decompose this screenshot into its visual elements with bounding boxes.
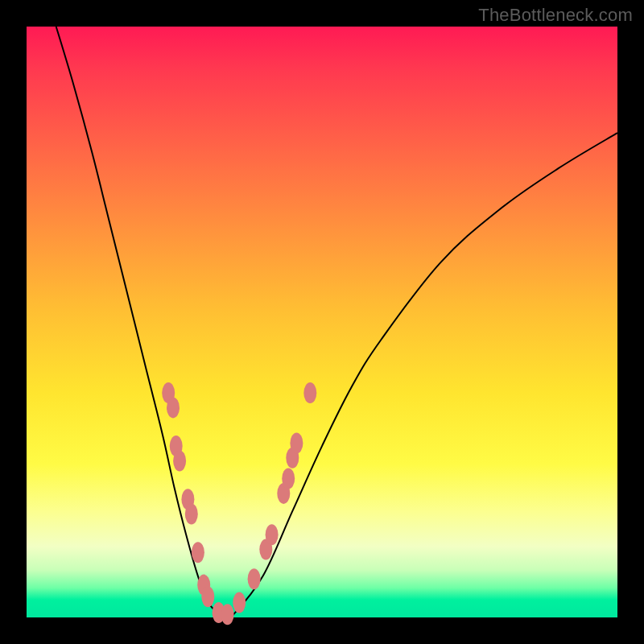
data-marker xyxy=(185,504,198,525)
chart-frame: TheBottleneck.com xyxy=(0,0,644,644)
plot-area xyxy=(27,27,617,617)
data-marker xyxy=(266,524,279,545)
data-marker xyxy=(282,469,295,489)
data-marker xyxy=(221,604,234,625)
data-marker xyxy=(173,451,186,472)
curve-markers xyxy=(162,382,316,625)
data-marker xyxy=(248,568,261,589)
data-marker xyxy=(167,397,180,418)
curve-svg xyxy=(27,27,617,617)
curve-right-branch xyxy=(225,133,617,618)
data-marker xyxy=(201,586,214,607)
data-marker xyxy=(192,542,204,563)
data-marker xyxy=(303,382,316,403)
watermark-text: TheBottleneck.com xyxy=(478,5,633,26)
data-marker xyxy=(233,592,246,613)
curve-left-branch xyxy=(56,27,225,617)
data-marker xyxy=(290,433,303,454)
